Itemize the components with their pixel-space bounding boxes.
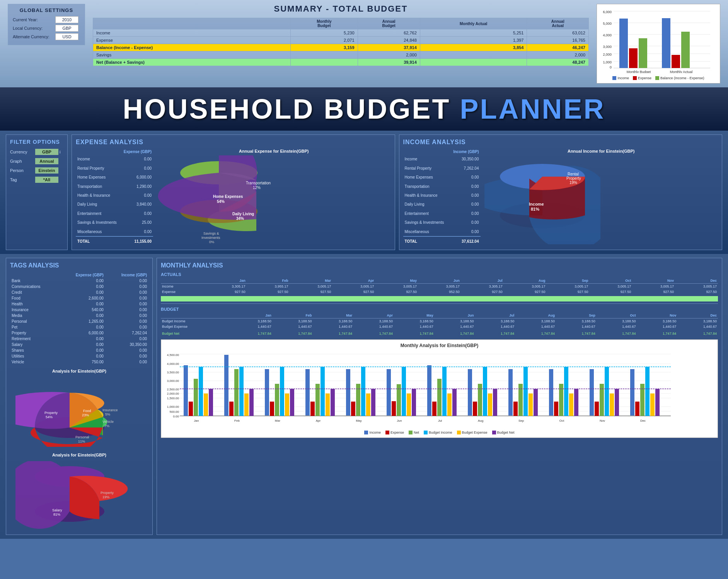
svg-text:3,000: 3,000 (603, 45, 612, 49)
svg-rect-136 (554, 402, 558, 416)
svg-rect-114 (427, 365, 431, 416)
summary-bar-chart: 6,000 5,000 4,000 3,000 2,000 1,000 0 (597, 4, 720, 83)
svg-text:81%: 81% (53, 513, 60, 516)
svg-rect-104 (366, 393, 370, 416)
income-label: Health & Insurance (403, 191, 455, 200)
budget-income-val: 3,188.50 (677, 318, 718, 324)
svg-rect-84 (249, 389, 254, 416)
income-table-row: Savings & Investments0.00 (403, 218, 481, 227)
tags-analysis-title: TAGS ANALYSIS (10, 262, 148, 269)
budget-income-val: 3,188.50 (232, 318, 273, 324)
expense-analysis-table: Expense (GBP) Income0.00Rental Property0… (76, 149, 153, 246)
tag-income: 0.00 (105, 324, 148, 330)
legend-net-dot-monthly (409, 431, 413, 434)
budget-net-val: 1,747.84 (313, 331, 353, 336)
alt-currency-value[interactable]: USD (55, 33, 78, 40)
income-value: 0.00 (455, 227, 481, 237)
svg-text:4,000: 4,000 (603, 33, 612, 37)
tag-label: Bank (10, 278, 58, 284)
tag-income: 0.00 (105, 295, 148, 301)
actuals-income-row: Income3,305.173,955.173,005.173,005.173,… (161, 284, 718, 290)
svg-rect-89 (280, 367, 284, 416)
filter-person-value[interactable]: Einstein (35, 167, 58, 174)
tags-chart1-title: Analysis for Einstein(GBP) (52, 369, 106, 373)
planner-title-part1: HOUSEHOLD BUDGET (123, 94, 460, 124)
actuals-net-val: 2,077.67 (375, 296, 418, 301)
legend-balance: Balance (Income - Expense) (655, 76, 704, 80)
actuals-col-mar: Mar (289, 278, 332, 284)
actuals-income-val: 3,005.17 (632, 284, 675, 290)
svg-text:5%: 5% (105, 412, 110, 416)
income-analysis-content: Income (GBP) Income30,350.00Rental Prope… (403, 149, 718, 246)
svg-text:May: May (356, 419, 361, 422)
current-year-value[interactable]: 2010 (55, 16, 78, 23)
actuals-net-val: 2,077.67 (289, 296, 332, 301)
legend-budget-income-label-monthly: Budget Income (429, 431, 452, 434)
legend-income: Income (612, 76, 629, 80)
svg-rect-86 (265, 369, 269, 416)
expense-label: Daily Living (76, 200, 128, 209)
budget-col-nov: Nov (637, 313, 677, 318)
svg-text:12%: 12% (253, 186, 261, 190)
expense-pie-chart-area: Annual Expense for Einstein(GBP) Ho (157, 149, 391, 246)
svg-rect-101 (351, 402, 355, 416)
legend-expense-label: Expense (638, 76, 651, 80)
expense-table-row: Income0.00 (76, 155, 153, 163)
bottom-section: TAGS ANALYSIS Expense (GBP) Income (GBP)… (0, 254, 728, 539)
svg-rect-74 (194, 379, 198, 416)
monthly-chart-title: Monthly Analysis for Einstein(GBP) (164, 343, 714, 348)
local-currency-value[interactable]: GBP (55, 25, 78, 32)
legend-budget-expense-label-monthly: Budget Expense (462, 431, 488, 434)
expense-value: 0.00 (128, 155, 153, 163)
svg-rect-128 (508, 369, 513, 416)
svg-rect-76 (204, 393, 208, 416)
expense-value: 25.00 (128, 218, 153, 227)
income-label: Transportation (403, 182, 455, 191)
bar-monthly-actual-balance (681, 32, 690, 68)
income-chart-title: Annual Income for Einstein(GBP) (484, 149, 718, 153)
budget-net-val: 1,747.84 (475, 331, 515, 336)
savings-row: Savings 2,000 2,000 (93, 51, 589, 59)
budget-expense-val: 1,440.67 (515, 324, 556, 329)
tag-expense: 0.00 (58, 342, 105, 347)
alt-currency-row: Alternate Currency: USD (13, 33, 80, 40)
actuals-income-val: 3,005.17 (289, 284, 332, 290)
budget-net-val: 1,747.84 (637, 331, 677, 336)
budget-income-val: 3,188.50 (637, 318, 677, 324)
svg-rect-129 (513, 402, 518, 416)
svg-rect-100 (346, 369, 350, 416)
filter-tag-value[interactable]: *All (35, 177, 58, 183)
tags-table-row: Food2,600.000.00 (10, 295, 148, 301)
tag-income: 0.00 (105, 301, 148, 307)
actuals-income-val: 3,305.17 (204, 284, 247, 290)
svg-rect-110 (402, 367, 406, 416)
tag-expense: 1,265.00 (58, 318, 105, 324)
svg-text:34%: 34% (236, 216, 244, 221)
budget-col-jan: Jan (232, 313, 273, 318)
svg-text:23%: 23% (82, 413, 89, 417)
legend-income-monthly: Income (364, 431, 381, 434)
legend-budget-net-monthly: Budget Net (492, 431, 515, 434)
svg-text:2,000: 2,000 (603, 53, 612, 56)
tags-chart2-svg: Salary 81% Property 19% (15, 461, 143, 531)
filter-person-label: Person (10, 168, 35, 173)
svg-text:Property: Property (44, 411, 58, 415)
filter-graph-row: Graph Annual (10, 158, 63, 164)
actuals-label: ACTUALS (161, 272, 718, 277)
income-value: 37,612.04 (455, 237, 481, 246)
middle-section: FILTER OPTIONS Currency GBP i Graph Annu… (0, 131, 728, 254)
actuals-income-val: 3,005.17 (375, 284, 418, 290)
tag-income: 0.00 (105, 278, 148, 284)
filter-tag-row: Tag *All (10, 177, 63, 183)
filter-graph-value[interactable]: Annual (35, 158, 58, 164)
svg-text:4,500.00: 4,500.00 (167, 353, 179, 357)
svg-text:500.00: 500.00 (170, 410, 179, 414)
budget-col-oct: Oct (597, 313, 637, 318)
filter-currency-value[interactable]: GBP (35, 149, 58, 155)
planner-title-section: HOUSEHOLD BUDGET PLANNER (0, 87, 728, 131)
svg-rect-73 (189, 402, 193, 416)
expense-value: 0.00 (128, 209, 153, 218)
actuals-expense-val: 927.50 (204, 289, 247, 295)
expense-table-row: Miscellaneous0.00 (76, 227, 153, 237)
summary-chart-svg: 6,000 5,000 4,000 3,000 2,000 1,000 0 (600, 7, 712, 73)
